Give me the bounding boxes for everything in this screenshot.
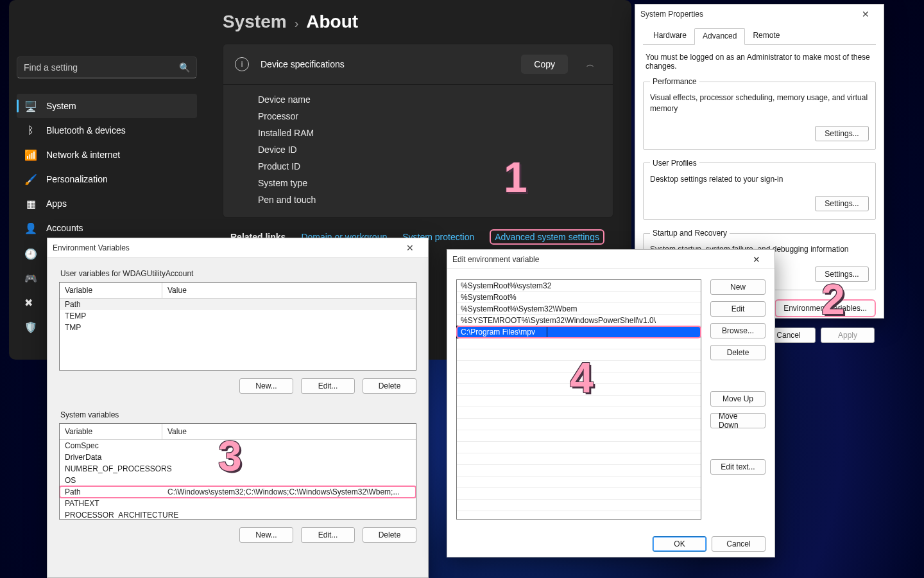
path-row-empty[interactable] [457,407,701,419]
col-value[interactable]: Value [162,283,416,298]
sidebar-item-personalization[interactable]: 🖌️Personalization [17,167,197,191]
close-icon[interactable]: ✕ [744,254,769,265]
edit-text--button[interactable]: Edit text... [710,459,766,475]
path-row[interactable]: %SystemRoot%\system32 [457,280,701,292]
spec-row: Device name [258,91,613,108]
path-row-empty[interactable] [457,396,701,407]
tab-advanced[interactable]: Advanced [694,28,745,45]
sidebar-item-system[interactable]: 🖥️System [17,94,197,118]
ok-button[interactable]: OK [653,536,706,552]
settings-button[interactable]: Settings... [815,267,869,282]
titlebar[interactable]: Edit environment variable ✕ [447,250,774,269]
path-row-empty[interactable] [457,349,701,361]
path-row-empty[interactable] [457,338,701,349]
edit-button[interactable]: Edit [710,301,766,317]
sys-vars-list[interactable]: Variable Value ComSpecDriverDataNUMBER_O… [59,423,416,520]
sidebar-item-bluetooth-devices[interactable]: ᛒBluetooth & devices [17,118,197,143]
path-row[interactable]: %SystemRoot% [457,292,701,303]
sidebar-item-network-internet[interactable]: 📶Network & internet [17,143,197,167]
table-row[interactable]: OS [60,475,416,486]
cell-variable: DriverData [60,451,162,463]
path-row-empty[interactable] [457,384,701,396]
move-down-button[interactable]: Move Down [710,413,766,428]
settings-button[interactable]: Settings... [815,126,869,141]
spec-row: Processor [258,108,613,125]
new-button[interactable]: New [710,279,766,295]
path-input[interactable] [457,326,547,338]
path-row[interactable]: %SYSTEMROOT%\System32\WindowsPowerShell\… [457,315,701,326]
path-row-empty[interactable] [457,361,701,372]
table-row[interactable]: ComSpec [60,440,416,451]
nav-label: Personalization [46,174,108,184]
path-row-empty[interactable] [457,500,701,511]
col-value[interactable]: Value [162,424,416,439]
new-button[interactable]: New... [239,527,293,543]
link-advanced-system-settings[interactable]: Advanced system settings [490,229,604,245]
path-row-empty[interactable] [457,372,701,384]
path-row-editing[interactable] [457,326,701,338]
path-row-empty[interactable] [457,465,701,477]
col-variable[interactable]: Variable [60,283,162,298]
search-input[interactable]: Find a setting 🔍 [17,57,197,78]
breadcrumb-root[interactable]: System [223,12,287,32]
chevron-up-icon[interactable]: ︿ [579,53,601,75]
admin-note: You must be logged on as an Administrato… [643,45,876,77]
apply-button[interactable]: Apply [821,328,875,343]
path-row-empty[interactable] [457,488,701,500]
edit-button[interactable]: Edit... [301,527,355,543]
path-row-empty[interactable] [457,419,701,430]
close-icon[interactable]: ✕ [853,9,878,19]
path-row-empty[interactable] [457,477,701,488]
nav-icon: 👤 [24,222,37,234]
table-row[interactable]: TMP [60,322,416,333]
table-row[interactable]: PATHEXT [60,498,416,509]
table-row[interactable]: PROCESSOR_ARCHITECTURE [60,509,416,519]
device-spec-card: i Device specifications Copy ︿ Device na… [223,44,613,218]
search-placeholder: Find a setting [24,62,179,73]
sidebar-item-accounts[interactable]: 👤Accounts [17,216,197,240]
close-icon[interactable]: ✕ [397,243,423,253]
tab-hardware[interactable]: Hardware [646,28,694,45]
group-desc: Visual effects, processor scheduling, me… [650,92,869,114]
nav-icon: 🖥️ [24,100,37,112]
delete-button[interactable]: Delete [363,378,416,394]
col-variable[interactable]: Variable [60,424,162,439]
move-up-button[interactable]: Move Up [710,391,766,407]
user-vars-list[interactable]: Variable Value PathTEMPTMP [59,282,416,371]
table-row[interactable]: NUMBER_OF_PROCESSORS [60,463,416,475]
table-row[interactable]: PathC:\Windows\system32;C:\Windows;C:\Wi… [60,486,416,498]
info-icon: i [235,57,249,71]
path-row-empty[interactable] [457,442,701,453]
tabs: HardwareAdvancedRemote [643,28,876,45]
cell-value [162,299,416,310]
table-row[interactable]: Path [60,299,416,310]
cancel-button[interactable]: Cancel [712,536,766,552]
path-list[interactable]: %SystemRoot%\system32%SystemRoot%%System… [456,279,701,520]
user-vars-label: User variables for WDAGUtilityAccount [60,269,416,278]
path-row[interactable]: %SystemRoot%\System32\Wbem [457,303,701,315]
table-row[interactable]: DriverData [60,451,416,463]
nav-label: Bluetooth & devices [46,125,126,136]
group-legend: Startup and Recovery [650,229,730,238]
browse--button[interactable]: Browse... [710,323,766,338]
cell-value [162,498,416,509]
table-row[interactable]: TEMP [60,310,416,322]
sidebar-item-apps[interactable]: ▦Apps [17,191,197,216]
delete-button[interactable]: Delete [710,345,766,360]
titlebar[interactable]: System Properties ✕ [635,4,884,24]
settings-button[interactable]: Settings... [815,196,869,211]
edit-button[interactable]: Edit... [301,378,355,394]
cell-variable: NUMBER_OF_PROCESSORS [60,463,162,475]
copy-button[interactable]: Copy [521,55,568,74]
cell-variable: ComSpec [60,440,162,451]
new-button[interactable]: New... [239,378,293,394]
cell-variable: TEMP [60,310,162,322]
spec-row: Pen and touch [258,191,613,208]
titlebar[interactable]: Environment Variables ✕ [47,238,428,258]
path-row-empty[interactable] [457,430,701,442]
delete-button[interactable]: Delete [363,527,416,543]
environment-variables-button[interactable]: Environment Variables... [774,299,876,317]
group-performance: PerformanceVisual effects, processor sch… [643,77,876,150]
path-row-empty[interactable] [457,453,701,465]
tab-remote[interactable]: Remote [745,28,787,45]
